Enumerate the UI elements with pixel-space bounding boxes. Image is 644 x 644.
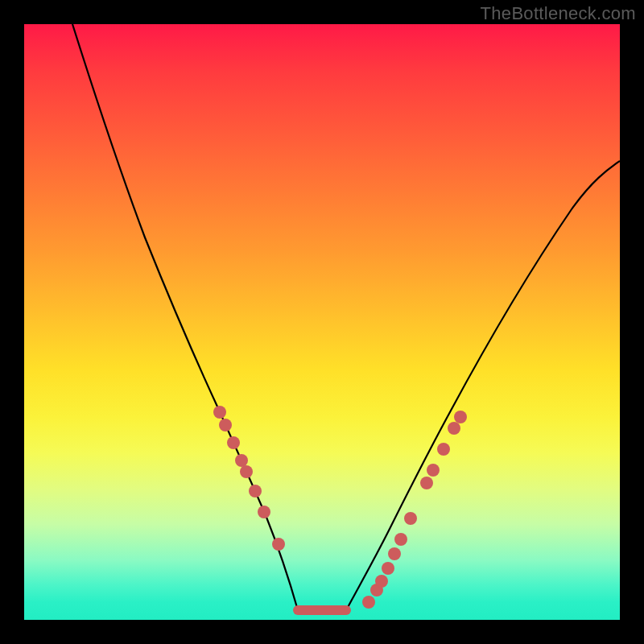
marker-right-8 <box>427 464 440 477</box>
marker-left-0 <box>213 406 226 419</box>
marker-left-5 <box>249 485 262 497</box>
marker-right-0 <box>362 596 375 609</box>
marker-right-6 <box>404 512 417 525</box>
marker-right-10 <box>448 422 460 435</box>
marker-right-4 <box>388 547 401 560</box>
marker-right-5 <box>394 533 407 546</box>
marker-left-4 <box>240 465 253 478</box>
plot-area <box>24 24 620 620</box>
marker-left-7 <box>272 538 285 551</box>
watermark-text: TheBottleneck.com <box>481 3 636 24</box>
marker-left-6 <box>258 506 270 518</box>
marker-right-11 <box>454 411 467 423</box>
marker-left-2 <box>227 436 240 449</box>
marker-left-3 <box>235 454 248 467</box>
marker-left-1 <box>219 419 232 431</box>
marker-right-7 <box>420 477 433 489</box>
bottleneck-curve <box>72 24 620 610</box>
marker-right-2 <box>375 575 388 588</box>
chart-frame: TheBottleneck.com <box>0 0 644 644</box>
marker-right-3 <box>382 562 394 575</box>
marker-right-1 <box>370 584 383 597</box>
marker-right-9 <box>437 443 450 456</box>
curve-svg <box>24 24 620 620</box>
